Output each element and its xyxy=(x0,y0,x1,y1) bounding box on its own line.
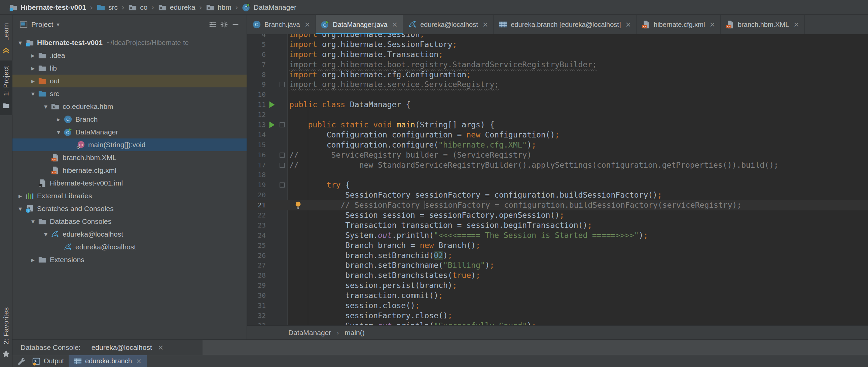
tab-close-icon[interactable]: × xyxy=(136,357,142,365)
bottom-tab-edureka-branch[interactable]: edureka.branch× xyxy=(69,355,147,367)
code-editor[interactable]: 4import org.hibernate.Session;5import or… xyxy=(247,34,868,325)
line-number[interactable]: 7 xyxy=(247,60,266,70)
tree-chevron-icon[interactable]: ▼ xyxy=(54,130,64,135)
tree-chevron-icon[interactable]: ▼ xyxy=(28,92,38,96)
line-number[interactable]: 18 xyxy=(247,170,266,180)
fold-icon[interactable]: − xyxy=(280,122,285,127)
line-number[interactable]: 9 xyxy=(247,80,266,90)
tree-row[interactable]: ▼Database Consoles xyxy=(12,215,247,228)
tab-close-icon[interactable]: × xyxy=(483,21,489,29)
editor-tab[interactable]: <>hibernate.cfg.xml× xyxy=(637,15,721,34)
line-number[interactable]: 25 xyxy=(247,241,266,251)
line-number[interactable]: 28 xyxy=(247,271,266,280)
tree-chevron-icon[interactable]: ▼ xyxy=(41,232,51,237)
tree-row[interactable]: Hibernate-test-v001.iml xyxy=(12,177,247,190)
tree-row[interactable]: ▶.idea xyxy=(12,49,247,62)
wrench-icon[interactable] xyxy=(17,357,25,366)
tree-row[interactable]: ▶lib xyxy=(12,62,247,75)
tree-row[interactable]: ▼edureka@localhost xyxy=(12,228,247,241)
tree-row[interactable]: ▶Extensions xyxy=(12,254,247,266)
editor-tab[interactable]: edureka@localhost× xyxy=(403,15,494,34)
tree-row[interactable]: ▶CBranch xyxy=(12,113,247,126)
line-number[interactable]: 20 xyxy=(247,190,266,200)
line-number[interactable]: 22 xyxy=(247,210,266,221)
line-number[interactable]: 19 xyxy=(247,180,266,190)
line-number[interactable]: 27 xyxy=(247,261,266,271)
breadcrumb-item[interactable]: edureka xyxy=(158,3,195,12)
breadcrumb-class[interactable]: DataManager xyxy=(288,329,331,337)
line-number[interactable]: 6 xyxy=(247,50,266,60)
fold-icon[interactable]: − xyxy=(280,153,285,158)
tree-row[interactable]: ▶out xyxy=(12,75,247,88)
line-number[interactable]: 31 xyxy=(247,301,266,311)
line-number[interactable]: 33 xyxy=(247,321,266,325)
line-number[interactable]: 21 xyxy=(247,200,266,210)
tree-chevron-icon[interactable]: ▶ xyxy=(54,117,64,122)
tab-close-icon[interactable]: × xyxy=(709,21,715,29)
tree-row[interactable]: ▶External Libraries xyxy=(12,190,247,202)
breadcrumb-item[interactable]: hbm xyxy=(206,3,231,12)
tree-row[interactable]: ▼Hibernate-test-v001~/IdeaProjects/Hiber… xyxy=(12,36,247,49)
tab-close-icon[interactable]: × xyxy=(625,21,631,29)
tool-button-project[interactable]: 1: Project xyxy=(0,61,12,115)
chevron-down-icon[interactable]: ▾ xyxy=(57,21,60,28)
tree-chevron-icon[interactable]: ▼ xyxy=(28,219,38,224)
tree-chevron-icon[interactable]: ▶ xyxy=(28,258,38,263)
breadcrumb-item[interactable]: co xyxy=(128,3,147,12)
line-number[interactable]: 10 xyxy=(247,90,266,100)
tab-close-icon[interactable]: × xyxy=(392,21,398,29)
line-number[interactable]: 11 xyxy=(247,100,266,110)
line-number[interactable]: 29 xyxy=(247,280,266,291)
view-options-icon[interactable] xyxy=(207,19,218,30)
tree-row[interactable]: <>hibernate.cfg.xml xyxy=(12,164,247,177)
breadcrumb-method[interactable]: main() xyxy=(344,329,365,337)
hide-panel-icon[interactable] xyxy=(230,19,241,30)
tree-row[interactable]: ▼src xyxy=(12,88,247,100)
tree-chevron-icon[interactable]: ▼ xyxy=(15,206,25,211)
editor-tab[interactable]: CDataManager.java× xyxy=(316,15,403,34)
tool-button-favorites[interactable]: 2: Favorites xyxy=(0,302,12,364)
editor-tab[interactable]: edureka.branch [edureka@localhost]× xyxy=(494,15,637,34)
database-console-tab[interactable]: edureka@localhost × xyxy=(92,343,164,352)
breadcrumb-item[interactable]: CDataManager xyxy=(242,3,297,12)
tree-row[interactable]: edureka@localhost xyxy=(12,241,247,254)
tree-chevron-icon[interactable]: ▶ xyxy=(28,53,38,58)
line-number[interactable]: 16 xyxy=(247,150,266,160)
line-number[interactable]: 5 xyxy=(247,40,266,50)
close-icon[interactable]: × xyxy=(158,343,164,352)
line-number[interactable]: 30 xyxy=(247,291,266,301)
line-number[interactable]: 13 xyxy=(247,120,266,130)
tool-button-learn[interactable]: Learn xyxy=(0,18,12,61)
tab-close-icon[interactable]: × xyxy=(305,21,311,29)
line-number[interactable]: 24 xyxy=(247,231,266,241)
breadcrumb-item[interactable]: Hibernate-test-v001 xyxy=(9,3,86,12)
line-number[interactable]: 26 xyxy=(247,251,266,261)
editor-tab[interactable]: CBranch.java× xyxy=(247,15,316,34)
line-number[interactable]: 14 xyxy=(247,130,266,140)
editor-tab[interactable]: <>branch.hbm.XML× xyxy=(721,15,805,34)
fold-icon[interactable] xyxy=(280,82,285,87)
tree-row[interactable]: ▼co.edureka.hbm xyxy=(12,100,247,113)
breadcrumb-item[interactable]: src xyxy=(97,3,118,12)
line-number[interactable]: 4 xyxy=(247,34,266,40)
line-number[interactable]: 32 xyxy=(247,311,266,321)
tree-chevron-icon[interactable]: ▶ xyxy=(28,79,38,84)
tree-row[interactable]: ▼CDataManager xyxy=(12,126,247,138)
gear-icon[interactable] xyxy=(218,19,230,30)
tree-chevron-icon[interactable]: ▼ xyxy=(41,104,51,109)
line-number[interactable]: 23 xyxy=(247,221,266,231)
tree-chevron-icon[interactable]: ▼ xyxy=(15,40,25,45)
run-gutter-icon[interactable] xyxy=(268,121,276,131)
tree-chevron-icon[interactable]: ▶ xyxy=(28,66,38,71)
fold-icon[interactable]: − xyxy=(280,182,285,188)
tree-row[interactable]: mmain(String[]):void xyxy=(12,138,247,151)
line-number[interactable]: 8 xyxy=(247,70,266,80)
tab-close-icon[interactable]: × xyxy=(793,21,799,29)
tree-chevron-icon[interactable]: ▶ xyxy=(15,194,25,199)
line-number[interactable]: 17 xyxy=(247,160,266,170)
bottom-tab-output[interactable]: Output xyxy=(27,355,69,367)
line-number[interactable]: 15 xyxy=(247,140,266,150)
tree-row[interactable]: <>branch.hbm.XML xyxy=(12,151,247,164)
fold-icon[interactable] xyxy=(280,163,285,168)
run-gutter-icon[interactable] xyxy=(268,100,276,110)
